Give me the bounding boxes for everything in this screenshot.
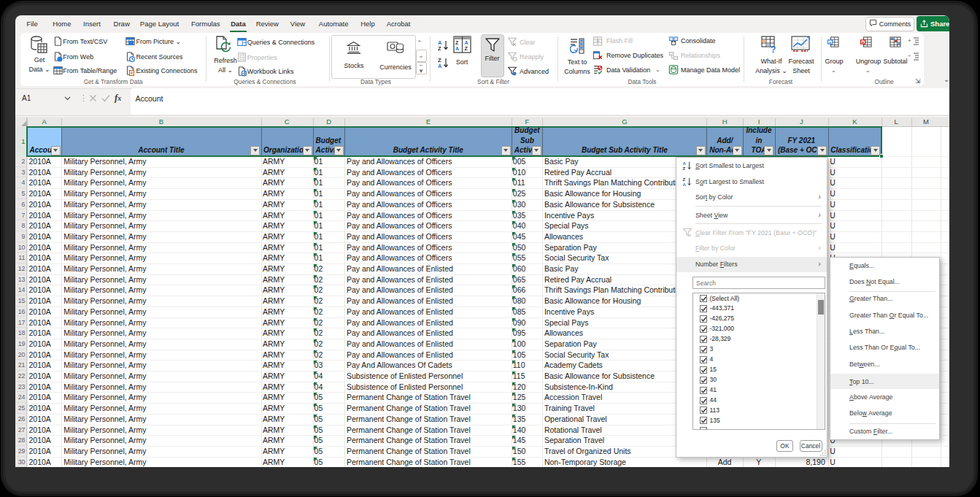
svg-text:Z: Z bbox=[465, 46, 468, 51]
svg-text:Z: Z bbox=[682, 166, 685, 171]
svg-text:A: A bbox=[682, 161, 686, 166]
svg-text:Z: Z bbox=[438, 45, 441, 52]
svg-text:+: + bbox=[829, 39, 832, 44]
svg-text:?: ? bbox=[771, 45, 776, 53]
svg-text:A: A bbox=[455, 46, 459, 51]
svg-text:A: A bbox=[438, 63, 442, 69]
svg-text:A: A bbox=[682, 182, 686, 187]
svg-text:−: − bbox=[908, 53, 911, 59]
svg-text:A: A bbox=[465, 40, 468, 45]
svg-text:×: × bbox=[862, 39, 865, 44]
svg-text:+: + bbox=[908, 37, 911, 44]
svg-text:Z: Z bbox=[455, 40, 459, 45]
svg-text:Z: Z bbox=[682, 177, 685, 182]
